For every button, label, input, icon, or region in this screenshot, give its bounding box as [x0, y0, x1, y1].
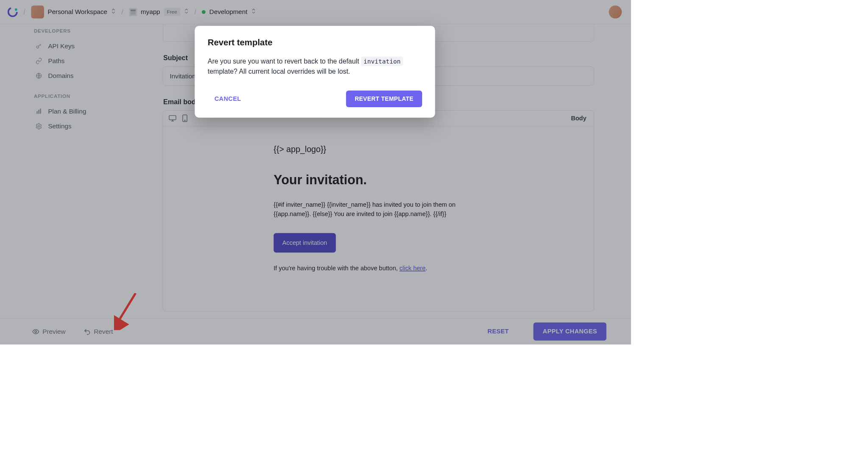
page-root: / Personal Workspace / myapp Free / Deve… — [0, 0, 631, 345]
modal-title: Revert template — [208, 38, 422, 47]
revert-template-confirm-button[interactable]: REVERT TEMPLATE — [346, 91, 422, 107]
modal-body: Are you sure you want to revert back to … — [208, 56, 422, 77]
modal-body-pre: Are you sure you want to revert back to … — [208, 57, 361, 65]
modal-actions: CANCEL REVERT TEMPLATE — [208, 91, 422, 107]
revert-template-modal: Revert template Are you sure you want to… — [195, 26, 435, 118]
cancel-button[interactable]: CANCEL — [208, 91, 248, 107]
modal-body-post: template? All current local overrides wi… — [208, 68, 350, 75]
modal-code-token: invitation — [361, 57, 403, 66]
